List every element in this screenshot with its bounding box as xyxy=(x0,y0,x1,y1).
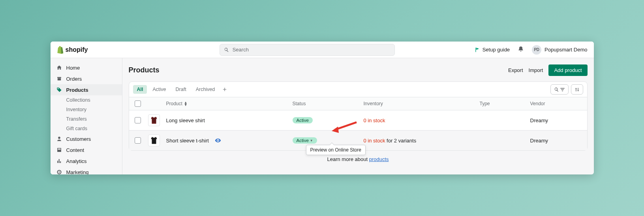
setup-guide-link[interactable]: Setup guide xyxy=(475,47,510,53)
sort-indicator-icon: ▲▼ xyxy=(184,101,188,106)
search-filter-button[interactable] xyxy=(550,84,569,95)
sidebar-item-label: Marketing xyxy=(66,169,89,175)
sidebar-sub-collections[interactable]: Collections xyxy=(51,95,122,105)
footer-text: Learn more about xyxy=(327,156,369,162)
brand-text: shopify xyxy=(66,46,88,53)
sort-button[interactable] xyxy=(571,84,583,95)
sidebar-item-marketing[interactable]: Marketing xyxy=(51,167,122,174)
user-name: Popupsmart Demo xyxy=(544,47,587,53)
sidebar-item-analytics[interactable]: Analytics xyxy=(51,155,122,167)
add-view-button[interactable] xyxy=(220,85,229,94)
sidebar-item-customers[interactable]: Customers xyxy=(51,133,122,144)
inventory-suffix: for 2 variants xyxy=(385,138,416,144)
row-checkbox[interactable] xyxy=(135,137,141,144)
sidebar: Home Orders Products Collections Invento… xyxy=(51,58,122,174)
tab-active[interactable]: Active xyxy=(148,85,170,94)
table-row[interactable]: Long sleeve shirt Active 0 in stock Drea… xyxy=(129,110,587,131)
sidebar-item-label: Content xyxy=(66,147,84,153)
analytics-icon xyxy=(56,158,62,164)
page-header: Products Export Import Add product xyxy=(129,64,588,76)
tab-archived[interactable]: Archived xyxy=(192,85,219,94)
marketing-icon xyxy=(56,169,62,174)
product-name: Short sleeve t-shirt xyxy=(166,138,209,144)
app-window: shopify Setup guide PD Popupsmart Demo xyxy=(51,42,594,174)
inventory-count: 0 in stock xyxy=(364,117,385,123)
sidebar-item-products[interactable]: Products xyxy=(51,84,122,95)
home-icon xyxy=(56,65,62,70)
tag-icon xyxy=(56,87,62,93)
tab-bar: All Active Draft Archived xyxy=(129,82,587,97)
export-button[interactable]: Export xyxy=(508,67,523,73)
chevron-down-icon: ▼ xyxy=(310,139,313,142)
product-vendor: Dreamy xyxy=(530,117,582,123)
status-badge-dropdown[interactable]: Active▼ xyxy=(293,137,317,144)
tshirt-icon xyxy=(150,136,158,145)
preview-on-store-button[interactable] xyxy=(214,137,222,144)
sidebar-sub-giftcards[interactable]: Gift cards xyxy=(51,124,122,133)
setup-guide-label: Setup guide xyxy=(483,47,510,53)
sort-icon xyxy=(575,87,580,92)
bell-icon xyxy=(518,46,524,52)
tab-draft[interactable]: Draft xyxy=(172,85,190,94)
import-button[interactable]: Import xyxy=(529,67,543,73)
main-content: Products Export Import Add product All A… xyxy=(122,58,594,174)
column-product[interactable]: Product ▲▼ xyxy=(166,101,293,106)
sidebar-item-label: Analytics xyxy=(66,158,87,164)
filter-icon xyxy=(560,87,565,92)
column-type[interactable]: Type xyxy=(480,101,530,106)
product-vendor: Dreamy xyxy=(530,138,582,144)
search-wrap xyxy=(220,44,395,56)
search-input[interactable] xyxy=(233,47,391,53)
product-name: Long sleeve shirt xyxy=(166,117,205,123)
person-icon xyxy=(56,136,62,142)
select-all-checkbox[interactable] xyxy=(135,100,141,107)
shirt-icon xyxy=(150,116,158,125)
topbar-right: Setup guide PD Popupsmart Demo xyxy=(475,45,588,55)
table-header: Product ▲▼ Status Inventory Type Vendor xyxy=(129,97,587,110)
table-row[interactable]: Short sleeve t-shirt Active▼ 0 in stock … xyxy=(129,131,587,150)
search-icon xyxy=(554,87,559,92)
tabbar-right xyxy=(550,84,583,95)
user-menu[interactable]: PD Popupsmart Demo xyxy=(532,45,587,55)
content-icon xyxy=(56,147,62,153)
column-status[interactable]: Status xyxy=(293,101,364,106)
sidebar-sub-inventory[interactable]: Inventory xyxy=(51,105,122,114)
notifications-button[interactable] xyxy=(518,46,524,53)
tab-all[interactable]: All xyxy=(133,85,147,94)
row-checkbox[interactable] xyxy=(135,117,141,123)
column-inventory[interactable]: Inventory xyxy=(364,101,480,106)
topbar: shopify Setup guide PD Popupsmart Demo xyxy=(51,42,594,58)
sidebar-item-label: Home xyxy=(66,65,80,71)
sidebar-sub-transfers[interactable]: Transfers xyxy=(51,114,122,124)
status-badge: Active xyxy=(293,117,313,123)
inventory-count: 0 in stock xyxy=(364,138,385,144)
add-product-button[interactable]: Add product xyxy=(548,64,587,76)
sidebar-item-label: Customers xyxy=(66,136,91,142)
sidebar-item-label: Products xyxy=(66,87,88,93)
header-actions: Export Import Add product xyxy=(508,64,588,76)
search-input-container[interactable] xyxy=(220,44,395,56)
footer-link[interactable]: products xyxy=(369,156,389,162)
eye-icon xyxy=(215,137,221,144)
product-thumbnail xyxy=(148,114,160,126)
product-thumbnail xyxy=(148,135,160,146)
search-icon xyxy=(224,47,229,53)
page-title: Products xyxy=(129,66,160,74)
body: Home Orders Products Collections Invento… xyxy=(51,58,594,174)
shopify-bag-icon xyxy=(57,46,64,54)
avatar: PD xyxy=(532,45,541,55)
products-card: All Active Draft Archived xyxy=(129,81,588,151)
sidebar-item-home[interactable]: Home xyxy=(51,62,122,73)
orders-icon xyxy=(56,76,62,81)
flag-icon xyxy=(475,47,480,53)
col-product-label: Product xyxy=(166,101,182,106)
sidebar-item-label: Orders xyxy=(66,76,82,82)
preview-tooltip: Preview on Online Store xyxy=(306,145,366,155)
column-vendor[interactable]: Vendor xyxy=(530,101,582,106)
sidebar-item-content[interactable]: Content xyxy=(51,144,122,155)
plus-icon xyxy=(222,87,227,92)
brand-logo[interactable]: shopify xyxy=(57,46,88,54)
sidebar-item-orders[interactable]: Orders xyxy=(51,73,122,84)
